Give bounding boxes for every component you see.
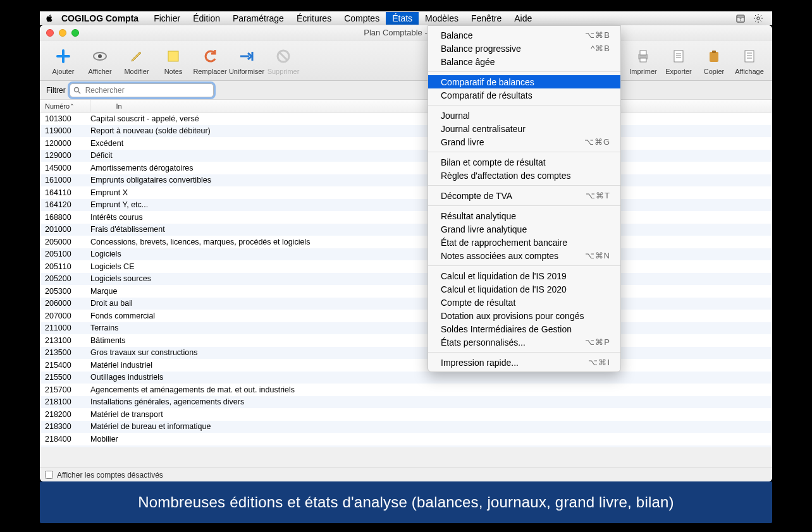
menu-item[interactable]: Balance progressive^⌘B <box>428 42 620 55</box>
menu-item[interactable]: Impression rapide...⌥⌘I <box>428 356 620 369</box>
table-row[interactable]: 101300Capital souscrit - appelé, versé <box>40 112 772 125</box>
menu-item[interactable]: Comparatif de résultats <box>428 88 620 102</box>
table-row[interactable]: 213100Bâtiments <box>40 334 772 347</box>
apple-logo-icon[interactable] <box>45 14 54 23</box>
menu-item[interactable]: Décompte de TVA⌥⌘T <box>428 189 620 202</box>
menu-item[interactable]: Balance âgée <box>428 55 620 68</box>
svg-rect-6 <box>168 51 178 61</box>
table-row[interactable]: 168800Intérêts courus <box>40 211 772 224</box>
zoom-window-button[interactable] <box>71 29 79 37</box>
menu-item-label: État de rapprochement bancaire <box>441 238 610 248</box>
toolbar-ajouter-button[interactable]: Ajouter <box>45 46 82 75</box>
menubar-item-aide[interactable]: Aide <box>508 12 538 25</box>
menu-item-label: Dotation aux provisions pour congés <box>441 311 610 321</box>
menubar-item-comptes[interactable]: Comptes <box>338 12 386 25</box>
menu-item-label: Journal centralisateur <box>441 124 610 134</box>
table-row[interactable]: 205300Marque <box>40 285 772 298</box>
menubar-item-écritures[interactable]: Écritures <box>290 12 338 25</box>
table-header: Numéro IntituléIn <box>40 100 772 112</box>
table-row[interactable]: 218100Installations générales, agencemen… <box>40 396 772 409</box>
menu-item[interactable]: Journal <box>428 109 620 122</box>
menu-item[interactable]: Calcul et liquidation de l'IS 2019 <box>428 269 620 282</box>
close-window-button[interactable] <box>46 29 54 37</box>
menu-item[interactable]: Dotation aux provisions pour congés <box>428 309 620 322</box>
toolbar-notes-button[interactable]: Notes <box>155 46 192 75</box>
table-body[interactable]: 101300Capital souscrit - appelé, versé11… <box>40 112 772 447</box>
table-row[interactable]: 215500Outillages industriels <box>40 372 772 384</box>
toolbar-remplacer-button[interactable]: Remplacer <box>192 46 228 75</box>
show-disabled-accounts-checkbox[interactable] <box>45 471 53 479</box>
menu-item[interactable]: Soldes Intermédiaires de Gestion <box>428 322 620 336</box>
toolbar-copier-label: Copier <box>704 68 724 75</box>
table-row[interactable]: 164110Emprunt X <box>40 186 772 199</box>
menu-item[interactable]: Comparatif de balances <box>428 75 620 88</box>
menu-item[interactable]: Compte de résultat <box>428 296 620 309</box>
column-header-numero[interactable]: Numéro <box>40 100 90 112</box>
toolbar-uniformiser-button[interactable]: Uniformiser <box>228 46 265 75</box>
cell-numero: 215700 <box>40 385 90 394</box>
table-row[interactable]: 205110Logiciels CE <box>40 260 772 273</box>
toolbar-copier-button[interactable]: Copier <box>696 46 732 75</box>
menu-item[interactable]: Grand livre⌥⌘G <box>428 135 620 148</box>
search-input[interactable] <box>70 83 214 97</box>
table-row[interactable]: 218300Matériel de bureau et informatique <box>40 421 772 433</box>
cell-numero: 205200 <box>40 274 90 283</box>
table-row[interactable]: 218200Matériel de transport <box>40 408 772 421</box>
menu-separator <box>428 352 620 353</box>
table-row[interactable]: 120000Excédent <box>40 137 772 150</box>
toolbar-exporter-button[interactable]: Exporter <box>661 46 696 75</box>
menu-item[interactable]: Règles d'affectation des comptes <box>428 169 620 182</box>
table-row[interactable]: 215700Agencements et aménagements de mat… <box>40 384 772 396</box>
table-row[interactable]: 213500Gros travaux sur constructions <box>40 347 772 360</box>
table-row[interactable]: 205200Logiciels sources <box>40 273 772 286</box>
app-name[interactable]: COGILOG Compta <box>61 13 138 23</box>
toolbar-afficher-button[interactable]: Afficher <box>82 46 118 75</box>
cell-numero: 168800 <box>40 213 90 222</box>
toolbar-imprimer-button[interactable]: Imprimer <box>625 46 661 75</box>
window-titlebar: Plan Comptable - PARI <box>40 25 772 40</box>
calendar-icon[interactable]: 7 <box>735 13 746 23</box>
table-row[interactable]: 215400Matériel industriel <box>40 359 772 372</box>
menu-item[interactable]: Journal centralisateur <box>428 122 620 135</box>
menu-item[interactable]: Balance⌥⌘B <box>428 28 620 42</box>
menu-item[interactable]: Notes associées aux comptes⌥⌘N <box>428 249 620 262</box>
table-row[interactable]: 218400Mobilier <box>40 433 772 445</box>
menu-item[interactable]: Bilan et compte de résultat <box>428 155 620 169</box>
caption-banner: Nombreuses éditions et états d'analyse (… <box>40 481 772 523</box>
table-row[interactable]: 207000Fonds commercial <box>40 310 772 322</box>
table-row[interactable]: 161000Emprunts obligataires convertibles <box>40 174 772 187</box>
toolbar-modifier-button[interactable]: Modifier <box>118 46 155 75</box>
table-row[interactable]: 206000Droit au bail <box>40 298 772 310</box>
table-row[interactable]: 145000Amortissements dérogatoires <box>40 162 772 174</box>
menu-separator <box>428 105 620 106</box>
svg-text:7: 7 <box>739 18 742 21</box>
menu-item[interactable]: État de rapprochement bancaire <box>428 236 620 249</box>
table-row[interactable]: 164120Emprunt Y, etc... <box>40 199 772 212</box>
table-row[interactable]: 231810Immobilisation en cours <box>40 445 772 448</box>
gear-icon[interactable] <box>753 13 763 23</box>
menubar-item-paramétrage[interactable]: Paramétrage <box>226 12 290 25</box>
menubar-item-états[interactable]: États <box>386 12 419 25</box>
remplacer-icon <box>200 46 220 66</box>
menubar-item-fichier[interactable]: Fichier <box>147 12 187 25</box>
table-row[interactable]: 211000Terrains <box>40 322 772 335</box>
menubar-item-fenêtre[interactable]: Fenêtre <box>465 12 508 25</box>
toolbar-affichage-button[interactable]: Affichage <box>732 46 767 75</box>
menu-item-shortcut: ⌥⌘B <box>585 30 610 40</box>
menubar-item-modèles[interactable]: Modèles <box>419 12 465 25</box>
menu-item[interactable]: Résultat analytique <box>428 209 620 222</box>
table-row[interactable]: 119000Report à nouveau (solde débiteur) <box>40 125 772 138</box>
table-row[interactable]: 129000Déficit <box>40 150 772 162</box>
table-row[interactable]: 205000Concessions, brevets, licences, ma… <box>40 236 772 248</box>
table-row[interactable]: 201000Frais d'établissement <box>40 224 772 236</box>
menu-item[interactable]: Calcul et liquidation de l'IS 2020 <box>428 282 620 296</box>
menu-item-shortcut: ⌥⌘N <box>585 251 610 260</box>
menu-item[interactable]: États personnalisés...⌥⌘P <box>428 336 620 349</box>
menu-item[interactable]: Grand livre analytique <box>428 222 620 236</box>
menubar-item-édition[interactable]: Édition <box>187 12 226 25</box>
svg-point-24 <box>74 87 78 92</box>
table-row[interactable]: 205100Logiciels <box>40 248 772 261</box>
menu-item-label: Balance <box>441 30 585 40</box>
search-icon <box>73 87 81 94</box>
minimize-window-button[interactable] <box>59 29 66 37</box>
